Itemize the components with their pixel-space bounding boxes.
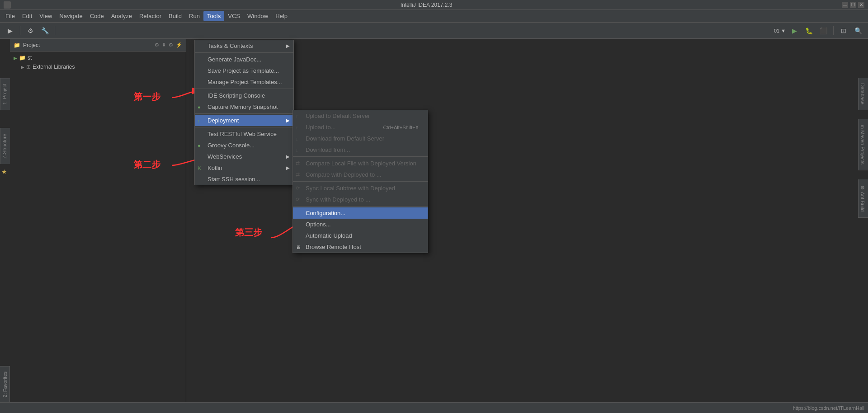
tab-ant[interactable]: ⚙ Ant Build bbox=[858, 179, 868, 217]
menu-start-ssh[interactable]: Start SSH session... bbox=[195, 174, 293, 185]
menu-save-project-template[interactable]: Save Project as Template... bbox=[195, 65, 293, 76]
menu-refactor[interactable]: Refactor bbox=[136, 11, 165, 21]
tab-project[interactable]: 1: Project bbox=[0, 78, 10, 110]
menu-generate-javadoc[interactable]: Generate JavaDoc... bbox=[195, 54, 293, 65]
toolbar: ▶ ⚙ 🔧 01 ▼ ▶ 🐛 ⬛ ⊡ 🔍 bbox=[0, 23, 868, 39]
submenu-upload-to[interactable]: ↑ Upload to... Ctrl+Alt+Shift+X bbox=[293, 122, 428, 133]
favorites-bar[interactable]: 2: Favorites bbox=[0, 366, 10, 402]
toolbar-debug-btn[interactable]: 🐛 bbox=[802, 24, 815, 37]
kotlin-icon: K bbox=[198, 165, 201, 171]
toolbar-btn-3[interactable]: 🔧 bbox=[38, 24, 51, 37]
menu-webservices[interactable]: WebServices ▶ bbox=[195, 151, 293, 162]
project-panel: 📁 Project ⚙ ⬇ ⚙ ⚡ ▶ 📁 st ▶ ⊞ External Li… bbox=[10, 39, 186, 413]
compare-local-icon: ⇄ bbox=[296, 160, 300, 166]
download-default-icon: ↓ bbox=[296, 136, 298, 141]
tab-zstructure[interactable]: Z-Structure bbox=[0, 128, 10, 164]
main-area: 1: Project Z-Structure ★ Database m Mave… bbox=[0, 39, 868, 413]
upload-default-icon: ↑ bbox=[296, 113, 298, 119]
project-close-btn[interactable]: ⚡ bbox=[176, 42, 182, 48]
menu-bar: File Edit View Navigate Code Analyze Ref… bbox=[0, 10, 868, 23]
menu-capture-memory-snapshot[interactable]: ● Capture Memory Snapshot bbox=[195, 101, 293, 113]
project-gear-btn[interactable]: ⚙ bbox=[169, 42, 173, 48]
compare-deployed-icon: ⇄ bbox=[296, 172, 300, 178]
deployment-submenu: ↑ Upload to Default Server ↑ Upload to..… bbox=[292, 110, 428, 253]
toolbar-sep-2 bbox=[55, 26, 55, 35]
toolbar-sep-1 bbox=[20, 26, 20, 35]
submenu-browse-remote[interactable]: 🖥 Browse Remote Host bbox=[293, 241, 428, 253]
deployment-icon: ↑ bbox=[198, 118, 200, 123]
menu-manage-project-templates[interactable]: Manage Project Templates... bbox=[195, 76, 293, 88]
menu-build[interactable]: Build bbox=[165, 11, 185, 21]
project-panel-header: 📁 Project ⚙ ⬇ ⚙ ⚡ bbox=[10, 39, 186, 52]
project-root-item[interactable]: ▶ 📁 st bbox=[12, 53, 184, 62]
menu-navigate[interactable]: Navigate bbox=[56, 11, 86, 21]
menu-code[interactable]: Code bbox=[86, 11, 108, 21]
toolbar-right-btn-1[interactable]: 01 ▼ bbox=[774, 24, 786, 37]
sync-deployed-icon: ⟳ bbox=[296, 197, 300, 202]
external-libraries-item[interactable]: ▶ ⊞ External Libraries bbox=[19, 62, 184, 71]
sep4 bbox=[195, 127, 293, 127]
deployment-submenu-arrow: ▶ bbox=[286, 118, 290, 123]
left-vertical-tabs: 1: Project Z-Structure ★ bbox=[0, 78, 10, 402]
toolbar-stop-btn[interactable]: ⬛ bbox=[817, 24, 830, 37]
submenu-sync-local[interactable]: ⟳ Sync Local Subtree with Deployed bbox=[293, 183, 428, 194]
submenu-sync-deployed[interactable]: ⟳ Sync with Deployed to ... bbox=[293, 194, 428, 205]
tab-icon-star[interactable]: ★ bbox=[0, 168, 10, 175]
tasks-submenu-arrow: ▶ bbox=[286, 43, 290, 48]
tab-maven[interactable]: m Maven Projects bbox=[858, 119, 868, 170]
webservices-submenu-arrow: ▶ bbox=[286, 154, 290, 159]
minimize-button[interactable]: — bbox=[842, 2, 848, 8]
close-button[interactable]: ✕ bbox=[858, 2, 864, 8]
submenu-options[interactable]: Options... bbox=[293, 219, 428, 230]
submenu-sep3 bbox=[293, 206, 428, 206]
menu-vcs[interactable]: VCS bbox=[224, 11, 244, 21]
menu-run[interactable]: Run bbox=[185, 11, 203, 21]
right-vertical-tabs: Database m Maven Projects ⚙ Ant Build bbox=[858, 78, 868, 402]
submenu-download-default[interactable]: ↓ Download from Default Server bbox=[293, 133, 428, 144]
submenu-compare-local[interactable]: ⇄ Compare Local File with Deployed Versi… bbox=[293, 158, 428, 169]
toolbar-btn-1[interactable]: ▶ bbox=[4, 24, 16, 37]
bottom-url: https://blog.csdn.net/ITLearnHall bbox=[793, 405, 864, 411]
project-content: ▶ 📁 st ▶ ⊞ External Libraries bbox=[10, 52, 186, 73]
project-settings-btn[interactable]: ⚙ bbox=[155, 42, 159, 48]
maximize-button[interactable]: ❐ bbox=[850, 2, 856, 8]
submenu-compare-deployed[interactable]: ⇄ Compare with Deployed to ... bbox=[293, 169, 428, 180]
folder-icon: 📁 bbox=[19, 55, 26, 61]
menu-edit[interactable]: Edit bbox=[19, 11, 36, 21]
title-bar-icon bbox=[4, 1, 11, 9]
upload-to-icon: ↑ bbox=[296, 125, 298, 130]
tab-database[interactable]: Database bbox=[858, 78, 868, 110]
submenu-configuration[interactable]: Configuration... bbox=[293, 207, 428, 219]
menu-kotlin[interactable]: K Kotlin ▶ bbox=[195, 162, 293, 174]
menu-test-restful[interactable]: Test RESTful Web Service bbox=[195, 128, 293, 140]
menu-deployment[interactable]: ↑ Deployment ▶ bbox=[195, 115, 293, 126]
toolbar-search-btn[interactable]: 🔍 bbox=[852, 24, 864, 37]
libraries-icon: ⊞ bbox=[26, 64, 31, 70]
project-sort-btn[interactable]: ⬇ bbox=[162, 42, 166, 48]
submenu-sep1 bbox=[293, 156, 428, 157]
menu-ide-scripting-console[interactable]: IDE Scripting Console bbox=[195, 90, 293, 101]
menu-tools[interactable]: Tools bbox=[203, 11, 224, 21]
menu-view[interactable]: View bbox=[36, 11, 56, 21]
menu-tasks-contexts[interactable]: Tasks & Contexts ▶ bbox=[195, 40, 293, 52]
toolbar-btn-2[interactable]: ⚙ bbox=[24, 24, 37, 37]
title-bar: IntelliJ IDEA 2017.2.3 — ❐ ✕ bbox=[0, 0, 868, 10]
project-root-label: st bbox=[28, 55, 32, 61]
toolbar-window-btn[interactable]: ⊡ bbox=[837, 24, 850, 37]
toolbar-run-btn[interactable]: ▶ bbox=[788, 24, 801, 37]
menu-window[interactable]: Window bbox=[244, 11, 272, 21]
project-icon: 📁 bbox=[14, 42, 20, 48]
toolbar-sep-3 bbox=[833, 26, 834, 35]
submenu-automatic-upload[interactable]: Automatic Upload bbox=[293, 230, 428, 241]
submenu-download-from[interactable]: ↓ Download from... bbox=[293, 144, 428, 155]
toolbar-right: 01 ▼ ▶ 🐛 ⬛ ⊡ 🔍 bbox=[774, 24, 864, 37]
bottom-bar: https://blog.csdn.net/ITLearnHall bbox=[0, 402, 868, 413]
title-bar-text: IntelliJ IDEA 2017.2.3 bbox=[11, 2, 842, 8]
menu-groovy-console[interactable]: ● Groovy Console... bbox=[195, 140, 293, 151]
submenu-upload-default[interactable]: ↑ Upload to Default Server bbox=[293, 110, 428, 122]
libraries-expand-icon: ▶ bbox=[21, 65, 24, 70]
groovy-icon: ● bbox=[198, 143, 201, 148]
menu-help[interactable]: Help bbox=[272, 11, 291, 21]
menu-file[interactable]: File bbox=[2, 11, 19, 21]
menu-analyze[interactable]: Analyze bbox=[108, 11, 136, 21]
